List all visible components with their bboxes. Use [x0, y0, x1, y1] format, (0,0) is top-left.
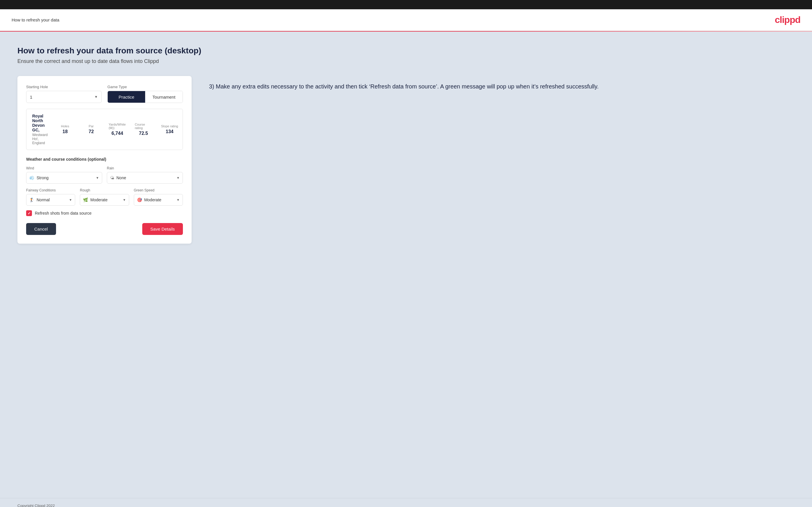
fairway-icon: 🏌	[29, 198, 34, 202]
slope-rating-label: Slope rating	[161, 124, 178, 128]
rough-chevron-icon: ▼	[123, 198, 126, 202]
rain-dropdown[interactable]: 🌤 None ▼	[107, 172, 183, 184]
main-content: How to refresh your data from source (de…	[0, 32, 812, 498]
game-type-label: Game Type	[107, 85, 183, 89]
course-rating-label: Course rating	[135, 123, 152, 130]
rain-icon: 🌤	[110, 175, 114, 180]
refresh-checkbox-row: Refresh shots from data source	[26, 210, 183, 216]
wind-chevron-icon: ▼	[96, 176, 99, 179]
refresh-label: Refresh shots from data source	[35, 211, 92, 216]
rain-chevron-icon: ▼	[176, 176, 180, 179]
green-speed-dropdown[interactable]: 🎯 Moderate ▼	[134, 194, 183, 206]
starting-hole-group: Starting Hole 1 ▼	[26, 85, 102, 103]
starting-hole-label: Starting Hole	[26, 85, 102, 89]
logo: clippd	[775, 14, 800, 25]
cancel-button[interactable]: Cancel	[26, 223, 56, 235]
yards-value: 6,744	[111, 131, 123, 136]
footer: Copyright Clippd 2022	[0, 498, 812, 507]
green-speed-value: Moderate	[144, 198, 176, 202]
holes-label: Holes	[61, 124, 69, 128]
form-card: Starting Hole 1 ▼ Game Type Practice Tou…	[17, 76, 192, 244]
practice-button[interactable]: Practice	[108, 91, 145, 103]
conditions-section-title: Weather and course conditions (optional)	[26, 157, 183, 162]
breadcrumb: How to refresh your data	[12, 17, 59, 22]
save-button[interactable]: Save Details	[142, 223, 183, 235]
slope-rating-stat: Slope rating 134	[161, 124, 178, 134]
button-row: Cancel Save Details	[26, 223, 183, 235]
starting-hole-select[interactable]: 1 ▼	[26, 91, 102, 103]
par-label: Par	[89, 124, 94, 128]
rough-label: Rough	[80, 188, 129, 192]
top-bar	[0, 0, 812, 9]
fairway-chevron-icon: ▼	[69, 198, 72, 202]
page-title: How to refresh your data from source (de…	[17, 46, 795, 55]
course-info-box: Royal North Devon GC, Westward Ho!, Engl…	[26, 109, 183, 150]
rough-icon: 🌿	[83, 198, 88, 202]
wind-icon: 💨	[29, 175, 34, 180]
rough-value: Moderate	[90, 198, 122, 202]
green-speed-chevron-icon: ▼	[176, 198, 180, 202]
holes-stat: Holes 18	[56, 124, 74, 134]
wind-value: Strong	[37, 175, 96, 180]
yards-label: Yards/White (M))	[109, 123, 126, 130]
holes-value: 18	[62, 129, 68, 134]
green-speed-field: Green Speed 🎯 Moderate ▼	[134, 188, 183, 206]
par-stat: Par 72	[83, 124, 100, 134]
conditions-row-1: Wind 💨 Strong ▼ Rain 🌤 None ▼	[26, 166, 183, 184]
course-rating-value: 72.5	[139, 131, 148, 136]
game-type-group: Game Type Practice Tournament	[107, 85, 183, 103]
refresh-checkbox[interactable]	[26, 210, 32, 216]
fairway-dropdown[interactable]: 🏌 Normal ▼	[26, 194, 75, 206]
conditions-row-2: Fairway Conditions 🏌 Normal ▼ Rough 🌿 Mo…	[26, 188, 183, 206]
course-rating-stat: Course rating 72.5	[135, 123, 152, 136]
rough-dropdown[interactable]: 🌿 Moderate ▼	[80, 194, 129, 206]
green-speed-label: Green Speed	[134, 188, 183, 192]
starting-hole-input[interactable]: 1	[30, 95, 98, 100]
rain-label: Rain	[107, 166, 183, 170]
wind-field: Wind 💨 Strong ▼	[26, 166, 102, 184]
course-name: Royal North Devon GC,	[32, 114, 48, 132]
header: How to refresh your data clippd	[0, 9, 812, 31]
wind-label: Wind	[26, 166, 102, 170]
copyright: Copyright Clippd 2022	[17, 504, 55, 507]
par-value: 72	[89, 129, 94, 134]
top-fields-row: Starting Hole 1 ▼ Game Type Practice Tou…	[26, 85, 183, 103]
rough-field: Rough 🌿 Moderate ▼	[80, 188, 129, 206]
rain-value: None	[116, 175, 176, 180]
side-description: 3) Make any extra edits necessary to the…	[209, 76, 795, 91]
content-layout: Starting Hole 1 ▼ Game Type Practice Tou…	[17, 76, 795, 244]
fairway-label: Fairway Conditions	[26, 188, 75, 192]
rain-field: Rain 🌤 None ▼	[107, 166, 183, 184]
course-location: Westward Ho!, England	[32, 133, 48, 145]
wind-dropdown[interactable]: 💨 Strong ▼	[26, 172, 102, 184]
side-description-text: 3) Make any extra edits necessary to the…	[209, 82, 795, 91]
fairway-field: Fairway Conditions 🏌 Normal ▼	[26, 188, 75, 206]
tournament-button[interactable]: Tournament	[145, 91, 183, 103]
page-subtitle: Ensure the correct and most up to date d…	[17, 58, 795, 64]
fairway-value: Normal	[37, 198, 69, 202]
course-name-group: Royal North Devon GC, Westward Ho!, Engl…	[32, 114, 48, 145]
yards-stat: Yards/White (M)) 6,744	[109, 123, 126, 136]
game-type-toggle: Practice Tournament	[107, 91, 183, 103]
slope-rating-value: 134	[166, 129, 173, 134]
green-speed-icon: 🎯	[137, 198, 142, 202]
